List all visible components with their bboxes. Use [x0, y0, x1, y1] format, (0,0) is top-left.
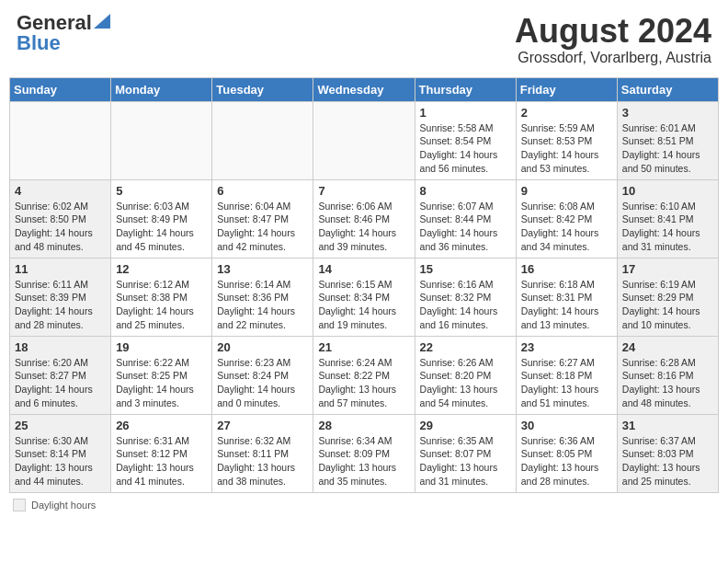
day-header-thursday: Thursday [415, 77, 516, 101]
calendar-cell: 8Sunrise: 6:07 AM Sunset: 8:44 PM Daylig… [415, 179, 516, 258]
svg-marker-0 [94, 14, 110, 29]
calendar-cell: 5Sunrise: 6:03 AM Sunset: 8:49 PM Daylig… [111, 179, 212, 258]
day-number: 17 [622, 262, 713, 276]
calendar-cell: 4Sunrise: 6:02 AM Sunset: 8:50 PM Daylig… [10, 179, 111, 258]
day-info: Sunrise: 6:37 AM Sunset: 8:03 PM Dayligh… [622, 434, 713, 488]
calendar-cell: 26Sunrise: 6:31 AM Sunset: 8:12 PM Dayli… [111, 414, 212, 492]
calendar-cell: 20Sunrise: 6:23 AM Sunset: 8:24 PM Dayli… [212, 336, 313, 414]
day-number: 5 [116, 184, 207, 198]
day-info: Sunrise: 6:03 AM Sunset: 8:49 PM Dayligh… [116, 200, 207, 254]
calendar-cell: 9Sunrise: 6:08 AM Sunset: 8:42 PM Daylig… [516, 179, 617, 258]
location-title: Grossdorf, Vorarlberg, Austria [515, 50, 711, 66]
calendar-table: SundayMondayTuesdayWednesdayThursdayFrid… [9, 77, 719, 493]
header: General Blue August 2024 Grossdorf, Vora… [9, 9, 719, 70]
day-number: 6 [217, 184, 308, 198]
calendar-cell: 18Sunrise: 6:20 AM Sunset: 8:27 PM Dayli… [10, 336, 111, 414]
calendar-cell: 25Sunrise: 6:30 AM Sunset: 8:14 PM Dayli… [10, 414, 111, 492]
calendar-cell: 31Sunrise: 6:37 AM Sunset: 8:03 PM Dayli… [617, 414, 718, 492]
month-title: August 2024 [515, 13, 711, 50]
day-number: 13 [217, 262, 308, 276]
calendar-cell: 7Sunrise: 6:06 AM Sunset: 8:46 PM Daylig… [313, 179, 415, 258]
day-header-monday: Monday [111, 77, 212, 101]
day-header-sunday: Sunday [10, 77, 111, 101]
day-info: Sunrise: 6:35 AM Sunset: 8:07 PM Dayligh… [420, 434, 511, 488]
footer-label: Daylight hours [31, 500, 96, 511]
calendar-cell: 10Sunrise: 6:10 AM Sunset: 8:41 PM Dayli… [617, 179, 718, 258]
calendar-cell: 11Sunrise: 6:11 AM Sunset: 8:39 PM Dayli… [10, 258, 111, 336]
day-info: Sunrise: 6:31 AM Sunset: 8:12 PM Dayligh… [116, 434, 207, 488]
title-area: August 2024 Grossdorf, Vorarlberg, Austr… [515, 13, 711, 66]
day-number: 21 [318, 340, 409, 354]
calendar-cell [111, 101, 212, 179]
calendar-cell: 3Sunrise: 6:01 AM Sunset: 8:51 PM Daylig… [617, 101, 718, 179]
day-number: 30 [521, 419, 612, 432]
day-header-wednesday: Wednesday [313, 77, 415, 101]
day-number: 26 [116, 419, 207, 432]
logo: General Blue [17, 13, 110, 53]
day-number: 9 [521, 184, 612, 198]
day-number: 3 [622, 106, 713, 120]
day-info: Sunrise: 6:02 AM Sunset: 8:50 PM Dayligh… [15, 200, 106, 254]
day-number: 31 [622, 419, 713, 432]
day-info: Sunrise: 6:19 AM Sunset: 8:29 PM Dayligh… [622, 278, 713, 332]
calendar-cell: 21Sunrise: 6:24 AM Sunset: 8:22 PM Dayli… [313, 336, 415, 414]
day-number: 1 [420, 106, 511, 120]
day-info: Sunrise: 6:18 AM Sunset: 8:31 PM Dayligh… [521, 278, 612, 332]
calendar-cell: 17Sunrise: 6:19 AM Sunset: 8:29 PM Dayli… [617, 258, 718, 336]
day-info: Sunrise: 6:04 AM Sunset: 8:47 PM Dayligh… [217, 200, 308, 254]
day-number: 19 [116, 340, 207, 354]
calendar-cell: 16Sunrise: 6:18 AM Sunset: 8:31 PM Dayli… [516, 258, 617, 336]
calendar-cell: 12Sunrise: 6:12 AM Sunset: 8:38 PM Dayli… [111, 258, 212, 336]
day-number: 18 [15, 340, 106, 354]
day-info: Sunrise: 6:27 AM Sunset: 8:18 PM Dayligh… [521, 356, 612, 410]
day-info: Sunrise: 6:10 AM Sunset: 8:41 PM Dayligh… [622, 200, 713, 254]
calendar-cell: 14Sunrise: 6:15 AM Sunset: 8:34 PM Dayli… [313, 258, 415, 336]
logo-general-text: General [17, 13, 92, 33]
day-number: 10 [622, 184, 713, 198]
calendar-cell: 2Sunrise: 5:59 AM Sunset: 8:53 PM Daylig… [516, 101, 617, 179]
day-info: Sunrise: 6:12 AM Sunset: 8:38 PM Dayligh… [116, 278, 207, 332]
day-info: Sunrise: 6:15 AM Sunset: 8:34 PM Dayligh… [318, 278, 409, 332]
week-row-2: 4Sunrise: 6:02 AM Sunset: 8:50 PM Daylig… [10, 179, 719, 258]
day-number: 20 [217, 340, 308, 354]
day-info: Sunrise: 6:08 AM Sunset: 8:42 PM Dayligh… [521, 200, 612, 254]
day-number: 25 [15, 419, 106, 432]
week-row-3: 11Sunrise: 6:11 AM Sunset: 8:39 PM Dayli… [10, 258, 719, 336]
day-info: Sunrise: 6:36 AM Sunset: 8:05 PM Dayligh… [521, 434, 612, 488]
day-number: 24 [622, 340, 713, 354]
week-row-5: 25Sunrise: 6:30 AM Sunset: 8:14 PM Dayli… [10, 414, 719, 492]
day-info: Sunrise: 6:23 AM Sunset: 8:24 PM Dayligh… [217, 356, 308, 410]
day-number: 8 [420, 184, 511, 198]
calendar-cell: 1Sunrise: 5:58 AM Sunset: 8:54 PM Daylig… [415, 101, 516, 179]
day-info: Sunrise: 6:28 AM Sunset: 8:16 PM Dayligh… [622, 356, 713, 410]
footer-shaded-box [13, 499, 26, 511]
logo-blue-text: Blue [17, 33, 61, 53]
footer: Daylight hours [9, 499, 719, 511]
day-info: Sunrise: 5:58 AM Sunset: 8:54 PM Dayligh… [420, 121, 511, 176]
day-info: Sunrise: 6:22 AM Sunset: 8:25 PM Dayligh… [116, 356, 207, 410]
calendar-cell [10, 101, 111, 179]
day-number: 28 [318, 419, 409, 432]
calendar-cell: 19Sunrise: 6:22 AM Sunset: 8:25 PM Dayli… [111, 336, 212, 414]
day-info: Sunrise: 6:30 AM Sunset: 8:14 PM Dayligh… [15, 434, 106, 488]
day-info: Sunrise: 6:20 AM Sunset: 8:27 PM Dayligh… [15, 356, 106, 410]
day-number: 22 [420, 340, 511, 354]
day-number: 16 [521, 262, 612, 276]
day-info: Sunrise: 6:34 AM Sunset: 8:09 PM Dayligh… [318, 434, 409, 488]
day-number: 2 [521, 106, 612, 120]
day-number: 7 [318, 184, 409, 198]
day-info: Sunrise: 6:32 AM Sunset: 8:11 PM Dayligh… [217, 434, 308, 488]
calendar-cell: 27Sunrise: 6:32 AM Sunset: 8:11 PM Dayli… [212, 414, 313, 492]
calendar-cell [313, 101, 415, 179]
day-info: Sunrise: 6:06 AM Sunset: 8:46 PM Dayligh… [318, 200, 409, 254]
day-header-saturday: Saturday [617, 77, 718, 101]
logo-icon [94, 14, 110, 29]
calendar-cell: 24Sunrise: 6:28 AM Sunset: 8:16 PM Dayli… [617, 336, 718, 414]
day-number: 23 [521, 340, 612, 354]
day-number: 27 [217, 419, 308, 432]
calendar-cell: 30Sunrise: 6:36 AM Sunset: 8:05 PM Dayli… [516, 414, 617, 492]
day-info: Sunrise: 6:14 AM Sunset: 8:36 PM Dayligh… [217, 278, 308, 332]
header-row: SundayMondayTuesdayWednesdayThursdayFrid… [10, 77, 719, 101]
day-info: Sunrise: 6:11 AM Sunset: 8:39 PM Dayligh… [15, 278, 106, 332]
calendar-cell: 13Sunrise: 6:14 AM Sunset: 8:36 PM Dayli… [212, 258, 313, 336]
